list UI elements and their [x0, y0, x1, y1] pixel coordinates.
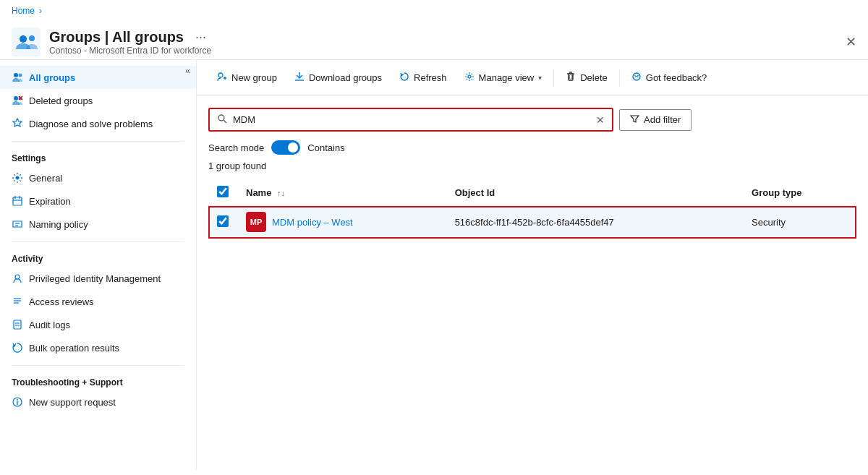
manage-view-button[interactable]: Manage view ▾	[456, 67, 551, 88]
svg-point-4	[19, 74, 22, 77]
add-filter-button[interactable]: Add filter	[619, 109, 692, 131]
download-groups-button[interactable]: Download groups	[286, 67, 391, 88]
main-content: New group Download groups Refresh Manage…	[197, 60, 868, 470]
got-feedback-button[interactable]: Got feedback?	[623, 67, 716, 88]
activity-section-title: Activity	[0, 248, 196, 267]
header-group-type: Group type	[743, 180, 856, 206]
header-checkbox-cell	[208, 180, 237, 206]
delete-label: Delete	[580, 72, 608, 83]
search-mode-toggle[interactable]	[271, 140, 300, 155]
deleted-groups-icon	[12, 95, 23, 106]
sidebar-item-pim[interactable]: Privileged Identity Management	[0, 267, 196, 290]
col-name-sort: ↑↓	[277, 189, 285, 197]
sidebar-item-support[interactable]: New support request	[0, 390, 196, 414]
sidebar-divider-3	[12, 365, 184, 366]
breadcrumb-sep: ›	[39, 6, 42, 16]
page-header: Groups | All groups ··· Contoso - Micros…	[0, 22, 868, 60]
audit-logs-icon	[12, 319, 23, 330]
svg-point-26	[218, 73, 223, 77]
svg-point-39	[218, 115, 224, 121]
table-row[interactable]: MP MDM policy – West 516c8fdc-ff1f-452b-…	[208, 206, 856, 239]
manage-view-icon	[464, 72, 475, 84]
sidebar-item-all-groups[interactable]: All groups	[0, 66, 196, 89]
toolbar: New group Download groups Refresh Manage…	[197, 60, 868, 96]
close-button[interactable]: ✕	[846, 34, 856, 50]
svg-point-5	[14, 96, 18, 100]
more-button[interactable]: ···	[195, 30, 206, 45]
sidebar-item-bulk-results[interactable]: Bulk operation results	[0, 336, 196, 359]
toolbar-separator-1	[553, 69, 554, 87]
sidebar-item-audit-logs-label: Audit logs	[29, 320, 70, 330]
page-subtitle: Contoso - Microsoft Entra ID for workfor…	[49, 46, 211, 56]
breadcrumb: Home ›	[0, 0, 868, 22]
delete-button[interactable]: Delete	[557, 67, 616, 88]
table-header-row: Name ↑↓ Object Id Group type	[208, 180, 856, 206]
sidebar: « All groups Deleted groups Diagnose and…	[0, 60, 197, 470]
svg-point-37	[634, 75, 636, 77]
svg-point-2	[29, 35, 35, 41]
sidebar-item-audit-logs[interactable]: Audit logs	[0, 313, 196, 336]
sidebar-item-naming-policy-label: Naming policy	[29, 219, 88, 230]
col-grouptype-label: Group type	[752, 187, 801, 198]
sidebar-collapse-btn[interactable]: «	[185, 66, 190, 76]
sidebar-item-expiration-label: Expiration	[29, 196, 71, 207]
search-icon	[217, 114, 227, 126]
sidebar-item-general[interactable]: General	[0, 166, 196, 189]
search-bar: ✕ Add filter	[208, 108, 856, 132]
search-mode-value: Contains	[307, 142, 344, 153]
add-filter-label: Add filter	[644, 114, 681, 125]
diagnose-icon	[12, 118, 23, 129]
row-checkbox[interactable]	[217, 215, 229, 227]
sidebar-item-expiration[interactable]: Expiration	[0, 189, 196, 213]
new-group-button[interactable]: New group	[208, 67, 286, 88]
sidebar-item-all-groups-label: All groups	[29, 72, 75, 83]
feedback-icon	[631, 72, 642, 84]
svg-point-16	[15, 275, 20, 279]
group-name-link[interactable]: MDM policy – West	[272, 217, 353, 228]
breadcrumb-home[interactable]: Home	[12, 6, 35, 16]
manage-view-label: Manage view	[479, 72, 535, 83]
header-object-id: Object Id	[446, 180, 743, 206]
refresh-button[interactable]: Refresh	[391, 67, 456, 88]
svg-point-31	[468, 75, 471, 78]
sidebar-item-support-label: New support request	[29, 397, 116, 408]
header-checkbox[interactable]	[217, 186, 229, 197]
sidebar-item-pim-label: Privileged Identity Management	[29, 273, 161, 284]
sidebar-item-access-reviews-label: Access reviews	[29, 296, 94, 307]
sidebar-item-diagnose[interactable]: Diagnose and solve problems	[0, 112, 196, 135]
naming-policy-icon	[12, 218, 23, 230]
manage-view-chevron: ▾	[538, 74, 542, 82]
expiration-icon	[12, 195, 23, 207]
search-input[interactable]	[233, 114, 590, 125]
sidebar-item-diagnose-label: Diagnose and solve problems	[29, 119, 153, 129]
group-avatar-initials: MP	[250, 218, 263, 226]
row-group-type: Security	[743, 206, 856, 239]
bulk-results-icon	[12, 342, 23, 354]
new-group-icon	[217, 72, 227, 84]
search-clear-btn[interactable]: ✕	[596, 114, 605, 126]
general-icon	[12, 172, 23, 184]
troubleshoot-section-title: Troubleshooting + Support	[0, 372, 196, 390]
sidebar-item-deleted-groups-label: Deleted groups	[29, 95, 93, 106]
groups-header-icon	[12, 27, 41, 56]
svg-rect-10	[13, 197, 22, 205]
refresh-icon	[399, 72, 409, 84]
sidebar-item-bulk-results-label: Bulk operation results	[29, 343, 119, 354]
delete-icon	[566, 72, 576, 84]
row-name-cell: MP MDM policy – West	[237, 206, 446, 239]
search-input-wrapper: ✕	[208, 108, 613, 132]
col-name-label: Name	[246, 187, 271, 198]
sidebar-item-naming-policy[interactable]: Naming policy	[0, 213, 196, 236]
results-count: 1 group found	[208, 161, 856, 171]
refresh-label: Refresh	[414, 72, 447, 83]
search-mode-label: Search mode	[208, 142, 264, 153]
sidebar-item-access-reviews[interactable]: Access reviews	[0, 290, 196, 313]
settings-section-title: Settings	[0, 147, 196, 166]
row-checkbox-cell	[208, 206, 237, 239]
new-group-label: New group	[231, 72, 277, 83]
group-avatar: MP	[246, 212, 266, 232]
sidebar-item-deleted-groups[interactable]: Deleted groups	[0, 89, 196, 112]
col-objectid-label: Object Id	[455, 187, 495, 198]
search-mode-row: Search mode Contains	[208, 140, 856, 155]
header-name[interactable]: Name ↑↓	[237, 180, 446, 206]
